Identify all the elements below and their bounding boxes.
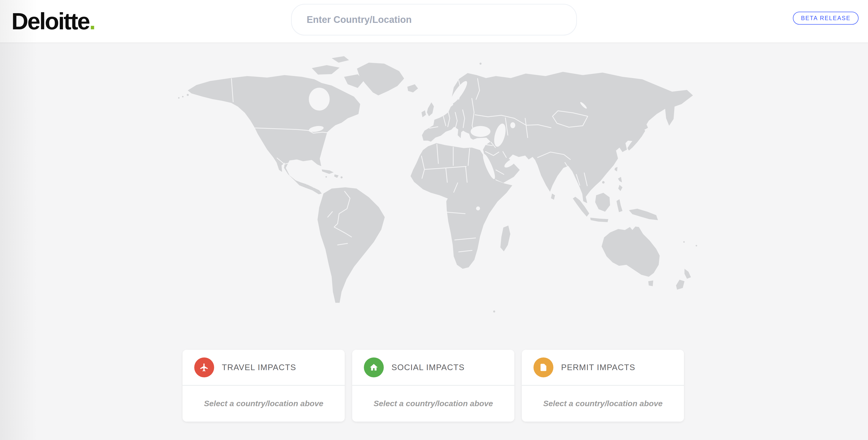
travel-impacts-body: Select a country/location above [183, 385, 345, 421]
permit-impacts-title: PERMIT IMPACTS [561, 363, 635, 372]
permit-impacts-empty-text: Select a country/location above [543, 399, 662, 408]
country-search [291, 4, 577, 35]
permit-impacts-card: PERMIT IMPACTS Select a country/location… [522, 350, 684, 421]
travel-impacts-card-header: TRAVEL IMPACTS [183, 350, 345, 385]
main-content: TRAVEL IMPACTS Select a country/location… [0, 43, 868, 440]
travel-impacts-title: TRAVEL IMPACTS [222, 363, 296, 372]
social-impacts-body: Select a country/location above [352, 385, 514, 421]
social-impacts-title: SOCIAL IMPACTS [392, 363, 465, 372]
app-header: Deloitte. BETA RELEASE [0, 0, 868, 43]
social-impacts-card: SOCIAL IMPACTS Select a country/location… [352, 350, 514, 421]
deloitte-logo-green-dot: . [89, 8, 96, 35]
impact-cards-row: TRAVEL IMPACTS Select a country/location… [183, 350, 684, 421]
permit-impacts-body: Select a country/location above [522, 385, 684, 421]
beta-release-badge: BETA RELEASE [793, 12, 859, 25]
permit-impacts-card-header: PERMIT IMPACTS [522, 350, 684, 385]
world-map[interactable] [173, 53, 699, 326]
travel-impacts-card: TRAVEL IMPACTS Select a country/location… [183, 350, 345, 421]
world-map-svg [173, 53, 699, 326]
social-impacts-empty-text: Select a country/location above [374, 399, 493, 408]
deloitte-logo[interactable]: Deloitte. [11, 0, 96, 43]
document-icon [533, 357, 553, 377]
country-search-input[interactable] [291, 4, 577, 35]
travel-impacts-empty-text: Select a country/location above [204, 399, 323, 408]
deloitte-logo-text: Deloitte [11, 8, 89, 35]
airplane-icon [194, 357, 214, 377]
social-impacts-card-header: SOCIAL IMPACTS [352, 350, 514, 385]
map-landmasses [178, 56, 697, 312]
home-icon [364, 357, 384, 377]
